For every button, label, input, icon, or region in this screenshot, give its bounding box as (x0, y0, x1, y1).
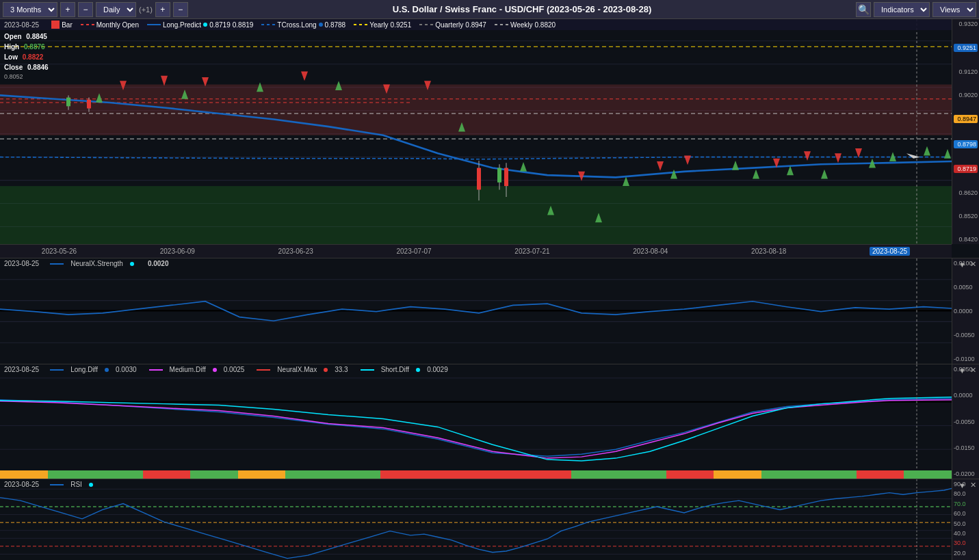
legend-yearly-val: 0.9251 (391, 21, 412, 29)
rsi-level-20: 20.0 (954, 550, 978, 557)
legend-bar-label: Bar (62, 21, 73, 29)
color-seg-12 (523, 470, 571, 479)
legend-long-predict: Long.Predict 0.8719 0.8819 (147, 21, 253, 29)
ohlc-extra: 0.8052 (4, 72, 49, 82)
color-seg-4 (143, 470, 191, 479)
diff-date: 2023-08-25 (4, 366, 39, 373)
period-selector[interactable]: 3 Months (3, 2, 57, 17)
color-seg-15 (666, 470, 714, 479)
rsi-level-40: 40.0 (954, 530, 978, 537)
open-value: 0.8845 (26, 33, 47, 40)
ohlc-info: Open 0.8845 High 0.8876 Low 0.8822 Close… (4, 31, 49, 82)
color-seg-20 (904, 470, 952, 479)
date-2: 2023-06-23 (278, 248, 313, 255)
legend-quarterly-val: 0.8947 (465, 21, 486, 29)
diff-legend: 2023-08-25 Long.Diff 0.0030 Medium.Diff … (4, 366, 448, 373)
neuralx-close-button[interactable]: ✕ (969, 260, 978, 269)
legend-long-predict-val1: 0.8719 (209, 21, 231, 29)
short-diff-icon (361, 369, 374, 371)
long-diff-value: 0.0030 (116, 366, 137, 373)
color-seg-14 (618, 470, 666, 479)
high-label: High (4, 43, 19, 51)
chart-container: 2023-08-25 Bar Monthly Open Long.Predict… (0, 19, 979, 560)
date-3: 2023-07-07 (396, 248, 431, 255)
views-selector[interactable]: Views (932, 2, 976, 17)
zoom-in-button[interactable]: + (155, 2, 170, 17)
medium-diff-icon (149, 369, 163, 371)
neuralx-controls: ▼ ✕ (957, 260, 978, 269)
diff-close-button[interactable]: ✕ (969, 366, 978, 375)
diff-svg (0, 364, 952, 470)
price-date-axis: 2023-05-26 2023-06-09 2023-06-23 2023-07… (0, 244, 952, 258)
rsi-close-button[interactable]: ✕ (969, 481, 978, 490)
neuralx-date: 2023-08-25 (4, 260, 39, 267)
neuralx-axis: 0.0100 0.0050 0.0000 -0.0050 -0.0100 (952, 258, 979, 364)
quarterly-icon (419, 24, 433, 25)
color-seg-5 (190, 470, 238, 479)
period-remove-button[interactable]: − (78, 2, 93, 17)
color-seg-1 (0, 470, 48, 479)
neuralx-collapse-button[interactable]: ▼ (957, 260, 967, 269)
long-diff-icon (50, 369, 64, 371)
color-seg-8 (333, 470, 381, 479)
medium-diff-label: Medium.Diff (170, 366, 206, 373)
rsi-level-30: 30.0 (954, 539, 978, 546)
ohlc-close: Close 0.8846 (4, 62, 49, 72)
search-icon[interactable]: 🔍 (856, 2, 871, 17)
rsi-controls: ▼ ✕ (957, 481, 978, 490)
rsi-level-70: 70.0 (954, 501, 978, 507)
date-6: 2023-08-18 (751, 248, 786, 255)
chart-title: U.S. Dollar / Swiss Franc - USD/CHF (202… (191, 4, 853, 14)
legend-yearly: Yearly 0.9251 (354, 21, 411, 29)
high-value: 0.8876 (24, 43, 45, 51)
indicators-selector[interactable]: Indicators (874, 2, 930, 17)
neuralx-svg (0, 258, 952, 364)
interval-selector[interactable]: Daily (96, 2, 136, 17)
low-value: 0.8822 (23, 53, 44, 61)
bar-icon (51, 21, 60, 29)
diff-level-n0150: -0.0150 (954, 444, 978, 451)
color-seg-17 (761, 470, 809, 479)
neuralx-max-dot (324, 368, 328, 372)
color-seg-3 (95, 470, 143, 479)
neuralx-line-icon (50, 263, 64, 265)
long-predict-dot (203, 23, 207, 27)
diff-controls: ▼ ✕ (957, 366, 978, 375)
short-diff-value: 0.0029 (427, 366, 448, 373)
close-label: Close (4, 64, 23, 71)
color-seg-9 (380, 470, 428, 479)
ohlc-high: High 0.8876 (4, 42, 49, 52)
price-chart-svg (0, 19, 952, 244)
rsi-collapse-button[interactable]: ▼ (957, 481, 967, 490)
price-axis: 0.9320 0.9251 0.9120 0.9020 0.8947 0.879… (952, 19, 979, 244)
svg-rect-11 (0, 186, 952, 244)
neuralx-level-n0050: -0.0050 (954, 332, 978, 338)
color-seg-16 (714, 470, 761, 479)
zoom-out-button[interactable]: − (173, 2, 188, 17)
svg-rect-10 (0, 85, 952, 135)
tcross-dot (319, 23, 323, 27)
rsi-line-icon (50, 484, 64, 485)
rsi-panel: 2023-08-25 RSI 82.9 ▼ ✕ (0, 479, 979, 560)
long-predict-icon (147, 24, 161, 25)
date-current: 2023-08-25 (870, 247, 910, 256)
low-label: Low (4, 53, 18, 61)
date-1: 2023-06-09 (160, 248, 195, 255)
rsi-level-60: 60.0 (954, 510, 978, 517)
color-seg-2 (48, 470, 96, 479)
price-level-8520: 0.8520 (954, 213, 978, 219)
date-4: 2023-07-21 (514, 248, 549, 255)
rsi-level-80: 80.0 (954, 490, 978, 497)
diff-collapse-button[interactable]: ▼ (957, 366, 967, 375)
period-add-button[interactable]: + (60, 2, 75, 17)
close-value: 0.8846 (27, 64, 49, 71)
price-level-8620: 0.8620 (954, 189, 978, 196)
legend-monthly-label: Monthly Open (96, 21, 139, 29)
price-level-9320: 0.9320 (954, 21, 978, 27)
short-diff-dot (416, 368, 420, 372)
legend-weekly-val: 0.8820 (535, 21, 556, 29)
price-level-8798: 0.8798 (954, 140, 978, 148)
diff-axis: 0.0050 0.0000 -0.0050 -0.0150 -0.0200 (952, 364, 979, 479)
change-label: (+1) (139, 5, 153, 14)
color-seg-7 (285, 470, 333, 479)
